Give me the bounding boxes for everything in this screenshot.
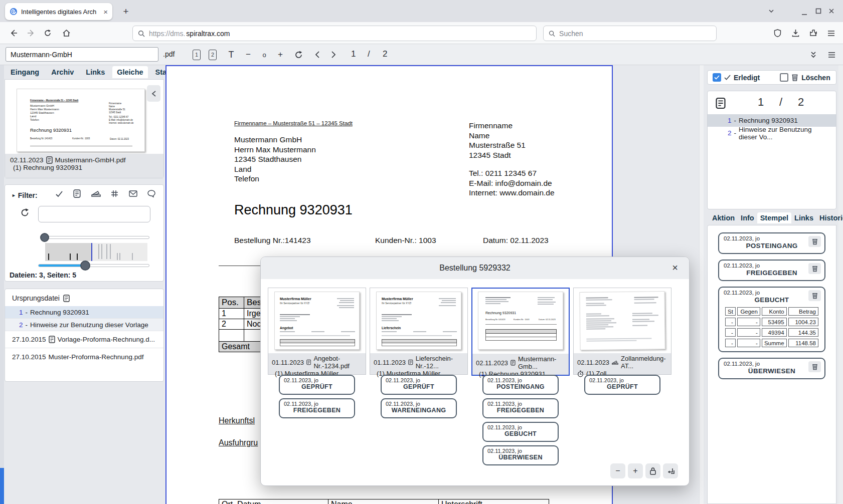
scanner-icon[interactable] xyxy=(91,190,101,197)
list-all-tabs-icon[interactable] xyxy=(768,8,775,15)
document-thumbnail[interactable]: Firmenname – Musterstraße 51 – 12345 Sta… xyxy=(17,89,145,152)
search-input[interactable] xyxy=(559,30,711,38)
zoom-out-button[interactable]: − xyxy=(241,48,255,62)
rotate-icon[interactable] xyxy=(291,48,305,62)
range-slider-handle[interactable] xyxy=(40,233,49,242)
dialog-close-icon[interactable]: × xyxy=(669,262,681,274)
zoom-reset-button[interactable]: o xyxy=(257,48,271,62)
tab-archiv[interactable]: Archiv xyxy=(47,66,78,78)
viewer-menu-icon[interactable] xyxy=(824,48,838,62)
stamp-posteingang[interactable]: 02.11.2023, jo POSTEINGANG xyxy=(718,232,825,254)
filename-input[interactable] xyxy=(6,47,158,62)
filter-expand-arrow[interactable]: ► xyxy=(12,193,16,198)
tab-gleiche[interactable]: Gleiche xyxy=(112,66,147,78)
url-bar[interactable]: https://dms.spiraltrax.com xyxy=(132,26,537,41)
prev-page-icon[interactable] xyxy=(310,48,324,62)
tab-eingang[interactable]: Eingang xyxy=(6,66,44,78)
stamp-geprueft[interactable]: 02.11.2023, jo GEPRÜFT xyxy=(381,375,457,395)
tab-historie[interactable]: Historie xyxy=(816,212,843,223)
reload-button[interactable] xyxy=(41,27,54,40)
stamp-freigegeben[interactable]: 02.11.2023, jo FREIGEGEBEN xyxy=(718,260,825,281)
stamp-wareneingang[interactable]: 02.11.2023, jo WARENEINGANG xyxy=(381,398,457,418)
back-button[interactable] xyxy=(7,27,20,40)
tab-stempel[interactable]: Stempel xyxy=(757,212,791,223)
left-scrollbar-track[interactable] xyxy=(0,65,4,504)
stamp-geprueft[interactable]: 02.11.2023, jo GEPRÜFT xyxy=(279,375,355,395)
new-tab-button[interactable]: + xyxy=(119,5,132,18)
forward-button[interactable] xyxy=(25,27,38,40)
tab-close-icon[interactable]: × xyxy=(103,8,108,16)
envelope-icon[interactable] xyxy=(129,190,137,197)
stamp-ueberwiesen[interactable]: 02.11.2023, jo ÜBERWIESEN xyxy=(482,445,559,465)
page-row-1[interactable]: 1 - Rechnung 9320931 xyxy=(708,114,836,127)
shield-icon[interactable] xyxy=(771,27,784,40)
next-page-icon[interactable] xyxy=(326,48,341,62)
tab-links[interactable]: Links xyxy=(81,66,109,78)
doc-order-no: Bestellung Nr.:141423 xyxy=(234,235,311,245)
tab-info[interactable]: Info xyxy=(738,212,757,223)
extensions-icon[interactable] xyxy=(807,27,820,40)
stamp-delete-button[interactable] xyxy=(808,236,821,247)
two-page-view-button[interactable]: 2 xyxy=(206,48,220,62)
menu-icon[interactable] xyxy=(824,27,837,40)
tab-links[interactable]: Links xyxy=(791,212,816,223)
source-file-row-2[interactable]: 27.10.2015 Muster-Proforma-Rechnung.pdf xyxy=(5,348,163,365)
card-label: 01.11.2023 Angebot-Nr.-1234.pdf (1) Must… xyxy=(268,353,366,374)
single-page-view-button[interactable]: 1 xyxy=(190,48,204,62)
dialog-zoom-out-button[interactable]: − xyxy=(610,463,625,478)
file-page-stats: Dateien: 3, Seiten: 5 xyxy=(10,271,76,279)
stamp-delete-button[interactable] xyxy=(808,361,821,372)
comment-icon[interactable] xyxy=(147,190,155,197)
stamp-gebucht[interactable]: 02.11.2023, jo GEBUCHT St Gegen Konto Be… xyxy=(718,287,825,352)
refresh-icon[interactable] xyxy=(20,208,30,217)
source-page-row-1[interactable]: 1 - Rechnung 9320931 xyxy=(5,306,163,319)
stamp-delete-button[interactable] xyxy=(808,263,821,274)
check-icon[interactable] xyxy=(55,190,63,197)
window-minimize-icon[interactable] xyxy=(801,10,807,16)
lock-button[interactable] xyxy=(645,463,660,478)
lock-icon xyxy=(649,467,656,475)
stamp-posteingang[interactable]: 02.11.2023, jo POSTEINGANG xyxy=(482,375,559,395)
done-checkbox[interactable] xyxy=(713,73,721,82)
download-icon[interactable] xyxy=(789,27,802,40)
import-button[interactable] xyxy=(663,463,678,478)
viewer-scrollbar[interactable] xyxy=(699,65,704,504)
file-extension-label: .pdf xyxy=(163,50,175,58)
source-page-row-2[interactable]: 2 - Hinweise zur Benutzung dieser Vorlag… xyxy=(5,319,163,331)
delete-checkbox[interactable] xyxy=(780,73,788,82)
zoom-slider-track[interactable] xyxy=(38,264,149,267)
tab-aktion[interactable]: Aktion xyxy=(709,212,738,223)
collapse-panel-button[interactable] xyxy=(147,85,160,102)
zoom-slider-handle[interactable] xyxy=(80,261,90,271)
stamp-delete-button[interactable] xyxy=(808,290,821,301)
stamp-ueberwiesen[interactable]: 02.11.2023, jo ÜBERWIESEN xyxy=(718,358,825,379)
page-row-2[interactable]: 2 - Hinweise zur Benutzung dieser Vo... xyxy=(708,127,836,139)
collapse-toolbar-icon[interactable] xyxy=(806,48,820,62)
search-bar[interactable] xyxy=(543,26,717,41)
stamp-freigegeben[interactable]: 02.11.2023, jo FREIGEGEBEN xyxy=(482,398,559,418)
zoom-in-button[interactable]: + xyxy=(273,48,287,62)
linked-doc-card-rechnung[interactable]: Rechnung 9320931 Bestellung Nr.:141423 K… xyxy=(471,288,570,376)
browser-tab[interactable]: Intelligentes digitales Arch × xyxy=(5,3,112,20)
range-slider-track[interactable] xyxy=(43,236,149,239)
stamp-freigegeben[interactable]: 02.11.2023, jo FREIGEGEBEN xyxy=(279,398,355,418)
document-icon[interactable] xyxy=(73,189,81,198)
right-scrollbar[interactable] xyxy=(838,65,843,504)
window-close-icon[interactable] xyxy=(828,8,834,14)
linked-doc-card-zoll[interactable]: 02.11.2023 Zollanmeldung-AT... (1) Zoll xyxy=(573,288,671,375)
source-file-row-1[interactable]: 27.10.2015 Vorlage-Proforma-Rechnung.d..… xyxy=(5,331,163,348)
linked-doc-card-lieferschein[interactable]: Musterfirma Müller Ihr Servicepartner fü… xyxy=(370,288,468,375)
left-scrollbar-thumb[interactable] xyxy=(0,468,4,504)
linked-doc-card-angebot[interactable]: Musterfirma Müller Ihr Servicepartner fü… xyxy=(268,288,366,375)
pager-current: 1 xyxy=(758,96,764,109)
window-maximize-icon[interactable] xyxy=(815,8,821,14)
dialog-zoom-in-button[interactable]: + xyxy=(628,463,643,478)
stamp-gebucht[interactable]: 02.11.2023, jo GEBUCHT xyxy=(482,422,559,442)
stamp-geprueft[interactable]: 02.11.2023, jo GEPRÜFT xyxy=(584,375,660,395)
file-list-item[interactable]: 02.11.2023 Mustermann-GmbH.pdf (1) Rechn… xyxy=(5,154,163,178)
filter-text-input[interactable] xyxy=(38,206,150,222)
thumbnail-placeholder-lines xyxy=(586,313,621,331)
grid-icon[interactable] xyxy=(111,190,118,197)
text-tool-button[interactable]: T xyxy=(224,48,238,62)
home-button[interactable] xyxy=(60,27,73,40)
